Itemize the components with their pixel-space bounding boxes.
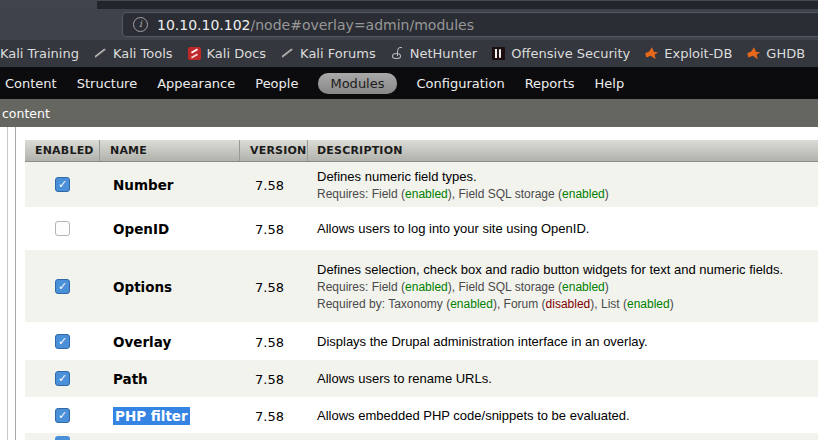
bookmark-ghdb[interactable]: GHDB (747, 46, 805, 61)
toolbar-item-appearance[interactable]: Appearance (157, 76, 235, 91)
module-checkbox-path[interactable]: ✓ (55, 371, 70, 386)
enabled-cell: ✓ (25, 279, 100, 294)
modules-table: ENABLEDNAMEVERSIONDESCRIPTION ✓Number7.5… (25, 140, 818, 440)
module-name: Options (113, 279, 172, 295)
table-header-row: ENABLEDNAMEVERSIONDESCRIPTION (25, 140, 818, 162)
name-cell: Options (100, 277, 240, 296)
module-checkbox-phpfilter[interactable]: ✓ (55, 408, 70, 423)
module-checkbox-number[interactable]: ✓ (55, 177, 70, 192)
bookmarks-bar: Kali TrainingKali ToolsKali DocsKali For… (0, 40, 818, 67)
bookmark-label: GHDB (766, 46, 805, 61)
dependency-status: disabled (546, 297, 591, 311)
module-row-number: ✓Number7.58Defines numeric field types.R… (25, 162, 818, 207)
module-row-overlay: ✓Overlay7.58Displays the Drupal administ… (25, 322, 818, 360)
toolbar-item-people[interactable]: People (255, 76, 298, 91)
bird-icon (645, 47, 658, 60)
toolbar-item-modules[interactable]: Modules (318, 73, 396, 94)
column-header-version: VERSION (240, 140, 308, 161)
bookmark-label: Kali Forums (300, 46, 376, 61)
description-cell: Displays the Drupal administration inter… (308, 334, 818, 349)
url-bar[interactable]: i 10.10.10.102/node#overlay=admin/module… (122, 12, 818, 37)
modules-page: ENABLEDNAMEVERSIONDESCRIPTION ✓Number7.5… (0, 127, 818, 440)
browser-window: i 10.10.10.102/node#overlay=admin/module… (0, 0, 818, 440)
module-description: Defines selection, check box and radio b… (317, 262, 818, 277)
toolbar-item-reports[interactable]: Reports (525, 76, 575, 91)
module-name: Overlay (113, 334, 171, 350)
tab-strip (0, 0, 818, 9)
module-name: Number (113, 177, 173, 193)
bookmark-kalitools[interactable]: Kali Tools (94, 46, 173, 61)
bookmark-label: Exploit-DB (664, 46, 732, 61)
dependency-status: enabled (562, 187, 605, 201)
dependency-status: enabled (405, 187, 448, 201)
description-cell: Defines numeric field types.Requires: Fi… (308, 169, 818, 201)
module-description: Defines numeric field types. (317, 169, 818, 184)
url-text[interactable]: 10.10.10.102/node#overlay=admin/modules (157, 17, 474, 33)
bookmark-nethunter[interactable]: NetHunter (391, 46, 478, 61)
bird-icon (747, 47, 760, 60)
shortcut-link-content[interactable]: content (2, 106, 50, 121)
dependency-status: enabled (405, 280, 448, 294)
bookmark-label: Kali Training (0, 46, 79, 61)
enabled-cell: ✓ (25, 334, 100, 349)
toolbar-item-structure[interactable]: Structure (77, 76, 137, 91)
next-row-partial (25, 433, 818, 440)
overlay-inner-border (15, 127, 16, 440)
active-tab-edge[interactable] (0, 0, 97, 9)
bookmark-kalitraining[interactable]: Kali Training (0, 46, 79, 61)
dagger-icon (281, 47, 294, 60)
bookmark-exploitdb[interactable]: Exploit-DB (645, 46, 732, 61)
name-cell: Path (100, 369, 240, 388)
module-description: Allows users to rename URLs. (317, 371, 818, 386)
url-host: 10.10.10.102 (157, 17, 251, 33)
toolbar-item-configuration[interactable]: Configuration (417, 76, 505, 91)
tab-bar-background (97, 0, 818, 9)
site-info-icon[interactable]: i (133, 17, 148, 32)
toolbar-item-content[interactable]: Content (5, 76, 57, 91)
dagger-icon (94, 47, 107, 60)
next-row-checkbox-partial[interactable] (55, 436, 70, 440)
dependency-line: Required by: Taxonomy (enabled), Forum (… (317, 297, 818, 311)
module-checkbox-openid[interactable] (55, 221, 70, 236)
enabled-cell (25, 221, 100, 236)
module-version: 7.58 (255, 222, 284, 237)
description-cell: Allows users to log into your site using… (308, 221, 818, 236)
bookmark-kalidocs[interactable]: Kali Docs (188, 46, 267, 61)
module-row-options: ✓Options7.58Defines selection, check box… (25, 250, 818, 322)
column-header-name: NAME (100, 140, 240, 161)
name-cell: Number (100, 175, 240, 194)
column-header-description: DESCRIPTION (308, 140, 818, 161)
module-description: Allows embedded PHP code/snippets to be … (317, 408, 818, 423)
swan-icon (391, 47, 404, 60)
bookmark-kaliforums[interactable]: Kali Forums (281, 46, 376, 61)
overlay-left-border (7, 127, 8, 440)
name-cell: OpenID (100, 219, 240, 238)
description-cell: Allows users to rename URLs. (308, 371, 818, 386)
module-name: Path (113, 371, 148, 387)
navigation-toolbar: i 10.10.10.102/node#overlay=admin/module… (0, 9, 818, 40)
module-name: OpenID (113, 221, 169, 237)
dependency-line: Requires: Field (enabled), Field SQL sto… (317, 187, 818, 201)
enabled-cell: ✓ (25, 371, 100, 386)
module-version: 7.58 (255, 335, 284, 350)
enabled-cell: ✓ (25, 408, 100, 423)
dependency-status: enabled (562, 280, 605, 294)
module-version: 7.58 (255, 372, 284, 387)
bookmark-label: Kali Tools (113, 46, 173, 61)
module-name: PHP filter (113, 407, 190, 425)
drupal-shortcut-bar: content (0, 99, 818, 127)
dependency-status: enabled (627, 297, 670, 311)
toolbar-item-help[interactable]: Help (595, 76, 625, 91)
module-row-openid: OpenID7.58Allows users to log into your … (25, 207, 818, 250)
description-cell: Defines selection, check box and radio b… (308, 262, 818, 311)
module-version: 7.58 (255, 178, 284, 193)
module-description: Allows users to log into your site using… (317, 221, 818, 236)
version-cell: 7.58 (240, 332, 308, 351)
url-path: /node#overlay=admin/modules (251, 17, 474, 33)
module-checkbox-overlay[interactable]: ✓ (55, 334, 70, 349)
dependency-status: enabled (450, 297, 493, 311)
bookmark-offensivesecurity[interactable]: Offensive Security (492, 46, 630, 61)
version-cell: 7.58 (240, 175, 308, 194)
bookmark-label: Offensive Security (511, 46, 630, 61)
module-checkbox-options[interactable]: ✓ (55, 279, 70, 294)
